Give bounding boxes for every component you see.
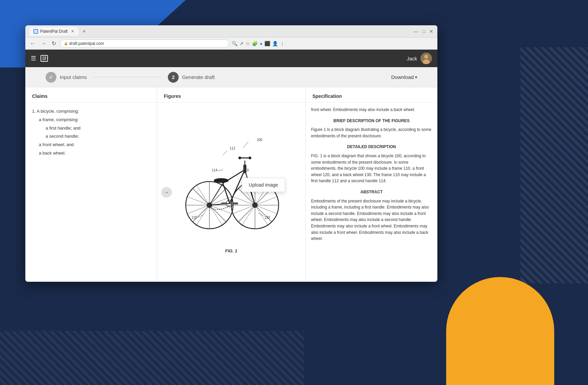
fig-label: FIG. 1 xyxy=(225,248,237,253)
figures-panel: Figures → 100 112 114 xyxy=(157,87,306,282)
step1-circle: ✓ xyxy=(46,72,56,83)
cast-icon[interactable]: ⬛ xyxy=(264,41,270,46)
tab-close-button[interactable]: ✕ xyxy=(71,29,74,34)
claim-line-1: 1. A bicycle, comprising: xyxy=(32,108,150,115)
svg-line-13 xyxy=(198,215,204,217)
bg-diagonal-bottom xyxy=(0,331,304,385)
spec-brief-text: Figure 1 is a block diagram illustrating… xyxy=(311,127,432,139)
steps-bar: ✓ Input claims 2 Generate draft Download… xyxy=(25,67,437,87)
main-content: Claims 1. A bicycle, comprising: a frame… xyxy=(25,87,437,282)
download-label: Download xyxy=(391,74,414,80)
bicycle-figure: 100 112 114 110 xyxy=(174,125,289,260)
share-icon[interactable]: ↗ xyxy=(239,41,244,46)
user-avatar[interactable] xyxy=(420,53,432,64)
svg-text:100: 100 xyxy=(257,138,262,142)
step-1[interactable]: ✓ Input claims xyxy=(46,72,87,83)
claims-header: Claims xyxy=(25,87,157,103)
svg-point-3 xyxy=(424,55,428,59)
address-bar[interactable]: 🔒 draft.patentpal.com xyxy=(60,39,229,48)
profile-icon[interactable]: 👤 xyxy=(272,41,278,46)
svg-line-40 xyxy=(209,183,223,205)
step2-circle: 2 xyxy=(168,72,179,83)
claim-line-5: a front wheel; and xyxy=(32,141,150,148)
claims-panel: Claims 1. A bicycle, comprising: a frame… xyxy=(25,87,157,282)
svg-point-47 xyxy=(238,157,241,159)
svg-rect-0 xyxy=(34,30,37,33)
svg-text:120: 120 xyxy=(191,216,197,219)
user-name: Jack xyxy=(407,56,417,61)
minimize-button[interactable]: — xyxy=(414,29,418,34)
svg-point-48 xyxy=(249,157,251,159)
upload-image-label: Upload image xyxy=(249,182,278,188)
step1-check: ✓ xyxy=(49,75,53,80)
claims-body: 1. A bicycle, comprising: a frame, compr… xyxy=(25,103,157,282)
figures-header: Figures xyxy=(157,87,305,103)
tab-favicon xyxy=(33,29,38,34)
spec-detailed-title: DETAILED DESCRIPTION xyxy=(311,144,432,150)
claim-line-4: a second handle; xyxy=(32,133,150,140)
claim-line-2: a frame, comprising: xyxy=(32,116,150,123)
svg-text:112: 112 xyxy=(230,146,235,150)
step-2[interactable]: 2 Generate draft xyxy=(168,72,215,83)
figures-body: → 100 112 114 xyxy=(157,103,305,282)
close-button[interactable]: ✕ xyxy=(429,29,433,34)
forward-button[interactable]: → xyxy=(40,40,48,47)
spec-abstract-title: ABSTRACT xyxy=(311,189,432,195)
tab-title: PatentPal Draft xyxy=(40,29,68,34)
browser-tab[interactable]: PatentPal Draft ✕ xyxy=(29,27,78,36)
svg-line-6 xyxy=(243,142,248,148)
header-right: Jack xyxy=(407,53,432,64)
extensions-icon[interactable]: 🧩 xyxy=(252,41,258,46)
hamburger-menu-icon[interactable]: ☰ xyxy=(31,55,36,62)
upload-image-dropdown[interactable]: Upload image xyxy=(242,178,285,192)
chrome-icon: ● xyxy=(260,41,262,46)
svg-line-8 xyxy=(223,150,227,155)
window-controls: — □ ✕ xyxy=(414,29,433,34)
app-header: ☰ Jack xyxy=(25,50,437,67)
back-button[interactable]: ← xyxy=(29,40,37,47)
spec-intro: front wheel. Embodiments may also includ… xyxy=(311,107,432,113)
app-logo xyxy=(40,54,48,63)
figures-nav-arrow[interactable]: → xyxy=(161,187,172,198)
download-button[interactable]: Download ▾ xyxy=(391,74,417,80)
svg-rect-52 xyxy=(221,202,226,204)
spec-abstract-text: Embodiments of the present disclosure ma… xyxy=(311,198,432,242)
download-chevron-icon: ▾ xyxy=(415,75,417,80)
specification-panel: Specification front wheel. Embodiments m… xyxy=(306,87,437,282)
step2-number: 2 xyxy=(172,75,175,80)
browser-toolbar-icons: 🔍 ↗ ☆ 🧩 ● ⬛ 👤 ⋮ xyxy=(232,41,285,46)
browser-titlebar: PatentPal Draft ✕ + — □ ✕ xyxy=(25,25,437,37)
bg-yellow-decoration xyxy=(446,277,554,385)
claim-line-6: a back wheel. xyxy=(32,150,150,157)
svg-text:114: 114 xyxy=(212,168,218,172)
svg-line-10 xyxy=(218,170,223,171)
lock-icon: 🔒 xyxy=(64,42,68,45)
svg-point-43 xyxy=(214,178,229,183)
url-text: draft.patentpal.com xyxy=(69,41,104,46)
menu-icon[interactable]: ⋮ xyxy=(280,41,285,46)
step1-label: Input claims xyxy=(60,74,87,80)
browser-toolbar: ← → ↻ 🔒 draft.patentpal.com 🔍 ↗ ☆ 🧩 ● ⬛ … xyxy=(25,37,437,50)
step2-label: Generate draft xyxy=(182,74,215,80)
svg-rect-49 xyxy=(244,165,246,173)
step-connector xyxy=(94,77,161,77)
search-icon[interactable]: 🔍 xyxy=(232,41,237,46)
bookmark-icon[interactable]: ☆ xyxy=(246,41,250,46)
spec-detailed-text: FIG. 1 is a block diagram that shows a b… xyxy=(311,153,432,184)
spec-body: front wheel. Embodiments may also includ… xyxy=(306,103,437,282)
spec-brief-title: BRIEF DESCRIPTION OF THE FIGURES xyxy=(311,118,432,124)
reload-button[interactable]: ↻ xyxy=(50,39,57,47)
bg-diagonal-right xyxy=(520,47,588,283)
claim-line-3: a first handle; and xyxy=(32,125,150,132)
maximize-button[interactable]: □ xyxy=(423,29,425,34)
spec-header: Specification xyxy=(306,87,437,103)
browser-window: PatentPal Draft ✕ + — □ ✕ ← → ↻ 🔒 draft.… xyxy=(25,25,437,282)
new-tab-button[interactable]: + xyxy=(80,28,88,34)
svg-rect-53 xyxy=(233,202,238,204)
